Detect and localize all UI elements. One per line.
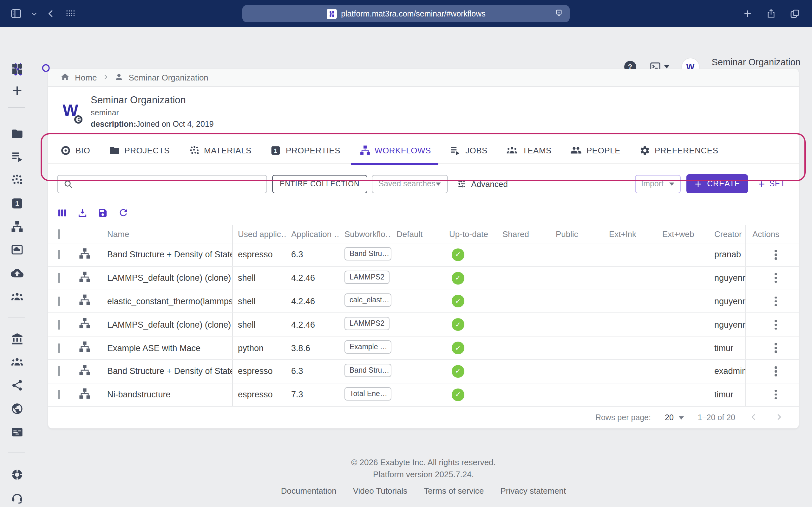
creator-name: timur <box>709 343 745 353</box>
billing-card-icon[interactable] <box>11 426 23 439</box>
creator-name: pranab <box>709 250 745 260</box>
workflow-name[interactable]: LAMMPS_default (clone) (clone) <box>107 320 231 330</box>
search-input[interactable] <box>77 175 266 192</box>
next-page-icon[interactable] <box>774 412 783 423</box>
tune-icon <box>456 179 467 189</box>
add-icon[interactable] <box>11 84 23 97</box>
select-all-checkbox[interactable] <box>58 229 60 239</box>
row-actions-menu[interactable] <box>771 343 780 353</box>
row-actions-menu[interactable] <box>771 250 780 260</box>
dashboard-icon[interactable] <box>11 63 23 75</box>
chevron-down-icon <box>436 182 441 185</box>
projects-folder-icon[interactable] <box>11 127 23 140</box>
pagination: Rows per page: 20 1–20 of 20 <box>48 407 799 429</box>
row-actions-menu[interactable] <box>771 273 780 283</box>
set-button[interactable]: SET <box>757 179 785 188</box>
download-icon[interactable] <box>78 208 88 220</box>
chevron-down-icon[interactable] <box>31 10 38 17</box>
tabs-overview-icon[interactable] <box>789 8 801 19</box>
tab-bio[interactable]: BIO <box>60 136 90 164</box>
table-row[interactable]: Example ASE with Mace python 3.8.6 Examp… <box>48 337 799 360</box>
sidebar-toggle-icon[interactable] <box>10 8 22 20</box>
table-row[interactable]: Band Structure + Density of State… espre… <box>48 243 799 267</box>
tab-preferences[interactable]: PREFERENCES <box>640 136 718 164</box>
columns-icon[interactable] <box>57 208 67 220</box>
application-version: 3.8.6 <box>286 343 339 353</box>
row-checkbox[interactable] <box>58 343 60 353</box>
bank-icon[interactable] <box>11 333 23 345</box>
breadcrumb-current[interactable]: Seminar Organization <box>129 73 208 82</box>
page-range: 1–20 of 20 <box>698 413 735 422</box>
tab-people[interactable]: PEOPLE <box>571 136 620 164</box>
workflow-name[interactable]: Example ASE with Mace <box>107 343 200 353</box>
cloud-upload-icon[interactable] <box>11 267 23 279</box>
row-checkbox[interactable] <box>58 250 60 260</box>
app-grid-icon[interactable] <box>65 8 75 19</box>
search-box[interactable] <box>57 175 267 193</box>
row-checkbox[interactable] <box>58 273 60 283</box>
row-checkbox[interactable] <box>58 320 60 330</box>
reader-mode-icon[interactable] <box>554 8 564 18</box>
save-icon[interactable] <box>98 208 108 220</box>
row-actions-menu[interactable] <box>771 366 780 376</box>
create-button[interactable]: CREATE <box>686 174 748 193</box>
row-checkbox[interactable] <box>58 390 60 399</box>
saved-searches-select[interactable]: Saved searches <box>371 175 448 193</box>
workflows-icon[interactable] <box>11 221 23 233</box>
table-row[interactable]: Band Structure + Density of State… espre… <box>48 360 799 383</box>
workflow-icon <box>79 318 91 330</box>
refresh-icon[interactable] <box>118 207 129 221</box>
workflow-name[interactable]: LAMMPS_default (clone) (clone) (… <box>107 273 233 283</box>
media-icon[interactable] <box>11 243 23 256</box>
row-checkbox[interactable] <box>58 367 60 376</box>
new-tab-icon[interactable] <box>742 8 753 19</box>
workflow-icon <box>79 271 91 283</box>
share-network-icon[interactable] <box>11 379 23 392</box>
workflow-name[interactable]: Band Structure + Density of State… <box>107 250 233 260</box>
tab-properties[interactable]: 1PROPERTIES <box>270 136 340 164</box>
tab-teams[interactable]: TEAMS <box>507 136 552 164</box>
application-version: 7.3 <box>286 390 339 399</box>
back-icon[interactable] <box>46 9 56 18</box>
headset-icon[interactable] <box>11 492 23 504</box>
table-row[interactable]: Ni-bandstructure espresso 7.3 Total Ene…… <box>48 383 799 407</box>
home-icon[interactable] <box>60 72 70 83</box>
up-to-date-check-icon: ✓ <box>452 295 464 308</box>
tab-workflows[interactable]: WORKFLOWS <box>359 136 431 164</box>
workflow-name[interactable]: elastic_constant_thermo(lammps… <box>107 297 233 306</box>
share-icon[interactable] <box>766 8 776 19</box>
tab-materials[interactable]: MATERIALS <box>189 136 252 164</box>
breadcrumb-home[interactable]: Home <box>75 73 97 82</box>
application-version: 4.2.46 <box>286 297 339 306</box>
properties-icon[interactable]: 1 <box>11 197 23 210</box>
workflow-name[interactable]: Ni-bandstructure <box>107 390 171 399</box>
search-icon <box>63 179 73 188</box>
url-bar[interactable]: platform.mat3ra.com/seminar/#workflows <box>242 5 570 22</box>
tab-bar: BIO PROJECTS MATERIALS 1PROPERTIES WORKF… <box>48 137 799 164</box>
support-icon[interactable] <box>11 468 23 481</box>
footer-link-video-tutorials[interactable]: Video Tutorials <box>353 486 408 496</box>
footer-link-terms[interactable]: Terms of service <box>424 486 484 496</box>
materials-icon[interactable] <box>11 174 23 186</box>
entire-collection-button[interactable]: ENTIRE COLLECTION <box>272 175 367 193</box>
jobs-icon[interactable] <box>11 150 23 163</box>
row-actions-menu[interactable] <box>771 296 780 306</box>
tab-jobs[interactable]: JOBS <box>450 136 488 164</box>
advanced-filters-button[interactable]: Advanced <box>456 179 508 189</box>
footer-link-privacy[interactable]: Privacy statement <box>501 486 566 496</box>
tab-projects[interactable]: PROJECTS <box>109 136 170 164</box>
table-row[interactable]: elastic_constant_thermo(lammps… shell 4.… <box>48 290 799 314</box>
row-actions-menu[interactable] <box>771 390 780 400</box>
globe-icon[interactable] <box>11 402 23 415</box>
table-row[interactable]: LAMMPS_default (clone) (clone) (… shell … <box>48 267 799 290</box>
row-actions-menu[interactable] <box>771 320 780 330</box>
table-row[interactable]: LAMMPS_default (clone) (clone) shell 4.2… <box>48 314 799 337</box>
row-checkbox[interactable] <box>58 297 60 306</box>
import-select[interactable]: Import <box>635 175 680 193</box>
rows-per-page-select[interactable]: 20 <box>665 413 684 422</box>
workflow-name[interactable]: Band Structure + Density of State… <box>107 367 233 376</box>
people-group-icon[interactable] <box>11 355 23 368</box>
prev-page-icon[interactable] <box>749 412 758 423</box>
footer-link-documentation[interactable]: Documentation <box>281 486 337 496</box>
organizations-icon[interactable] <box>11 290 23 303</box>
